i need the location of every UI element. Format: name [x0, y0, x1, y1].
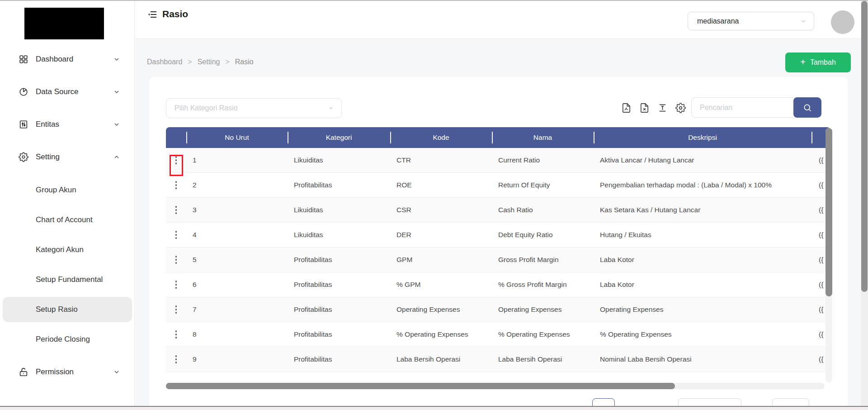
row-actions-menu[interactable]	[166, 330, 186, 338]
add-button[interactable]: + Tambah	[785, 52, 851, 72]
table-body: 1LikuiditasCTRCurrent RatioAktiva Lancar…	[166, 148, 830, 372]
cell-no: 9	[186, 355, 288, 363]
sidebar-subitem-label: Group Akun	[36, 186, 76, 195]
chevron-up-icon	[113, 153, 120, 161]
sidebar-item-setup-fundamental[interactable]: Setup Fundamental	[0, 267, 135, 292]
sidebar-item-label: Entitas	[36, 120, 59, 129]
kebab-icon	[175, 281, 177, 289]
horizontal-scrollbar-thumb[interactable]	[166, 383, 675, 389]
pdf-export-icon[interactable]	[621, 103, 632, 113]
sidebar-item-periode-closing[interactable]: Periode Closing	[0, 327, 135, 352]
cell-nama: Operating Expenses	[492, 305, 594, 314]
sidebar-item-label: Data Source	[36, 87, 79, 96]
sidebar-item-dashboard[interactable]: Dashboard	[0, 44, 135, 75]
cell-nama: % Gross Profit Margin	[492, 281, 594, 289]
table-row: 8Profitabilitas% Operating Expenses% Ope…	[166, 322, 830, 347]
breadcrumb-dashboard[interactable]: Dashboard	[147, 58, 182, 66]
cell-kategori: Profitabilitas	[288, 330, 390, 338]
row-actions-menu[interactable]	[166, 305, 186, 314]
cell-no: 3	[186, 206, 288, 214]
category-filter-select[interactable]: Pilih Kategori Rasio	[166, 98, 342, 118]
search-button[interactable]	[793, 97, 821, 118]
column-settings-gear-icon[interactable]	[675, 103, 686, 113]
cell-no: 2	[186, 181, 288, 189]
table-header-kode: Kode	[390, 127, 492, 148]
cell-deskripsi: Nominal Laba Bersih Operasi	[594, 355, 811, 363]
content-area: Dashboard > Setting > Rasio + Tambah Pil…	[135, 39, 861, 410]
cell-kode: ROE	[390, 181, 492, 189]
chevron-down-icon	[113, 88, 120, 95]
row-actions-menu[interactable]	[166, 231, 186, 239]
cell-deskripsi: Laba Kotor	[594, 281, 811, 289]
row-actions-menu[interactable]	[166, 281, 186, 289]
avatar[interactable]	[831, 10, 854, 34]
table-row: 9ProfitabilitasLaba Bersih OperasiLaba B…	[166, 347, 830, 372]
table-row: 2ProfitabilitasROEReturn Of EquityPengem…	[166, 173, 830, 198]
cell-nama: Return Of Equity	[492, 181, 594, 189]
table-header-row: No Urut Kategori Kode Nama Deskripsi	[166, 127, 830, 148]
table-header-kategori: Kategori	[288, 127, 390, 148]
category-filter-placeholder: Pilih Kategori Rasio	[175, 104, 238, 112]
cell-nama: Laba Bersih Operasi	[492, 355, 594, 363]
cell-deskripsi: Laba Kotor	[594, 256, 811, 264]
sidebar-item-chart-of-account[interactable]: Chart of Account	[0, 208, 135, 232]
cell-kode: CSR	[390, 206, 492, 214]
table-row: 3LikuiditasCSRCash RatioKas Setara Kas /…	[166, 198, 830, 223]
sidebar-item-setting[interactable]: Setting	[0, 142, 135, 172]
cell-no: 7	[186, 305, 288, 314]
sidebar-item-kategori-akun[interactable]: Kategori Akun	[0, 238, 135, 262]
page-scrollbar-track	[861, 1, 868, 410]
cell-kategori: Profitabilitas	[288, 281, 390, 289]
window-bottom-strip	[0, 407, 868, 410]
text-height-icon[interactable]	[657, 103, 668, 113]
sidebar-item-permission[interactable]: Permission	[0, 357, 135, 387]
sidebar-item-setup-rasio[interactable]: Setup Rasio	[0, 297, 135, 322]
row-actions-menu[interactable]	[166, 355, 186, 363]
cell-kode: % GPM	[390, 281, 492, 289]
table-row: 7ProfitabilitasOperating ExpensesOperati…	[166, 297, 830, 322]
cell-kategori: Likuiditas	[288, 156, 390, 164]
cell-nama: % Operating Expenses	[492, 330, 594, 338]
cell-no: 6	[186, 281, 288, 289]
workspace-select[interactable]: mediasarana	[688, 12, 814, 30]
plus-icon: +	[800, 57, 806, 67]
data-table: No Urut Kategori Kode Nama Deskripsi 1Li…	[166, 127, 830, 372]
table-row: 6Profitabilitas% GPM% Gross Profit Margi…	[166, 272, 830, 297]
table-row: 1LikuiditasCTRCurrent RatioAktiva Lancar…	[166, 148, 830, 173]
breadcrumb-setting[interactable]: Setting	[198, 58, 220, 66]
chevron-down-icon	[113, 368, 120, 376]
sidebar-subitem-label: Chart of Account	[36, 215, 93, 224]
chevron-down-icon	[800, 18, 807, 24]
cell-kode: CTR	[390, 156, 492, 164]
chevron-down-icon	[113, 56, 120, 63]
excel-export-icon[interactable]	[639, 103, 650, 113]
table-scrollbar-thumb[interactable]	[826, 128, 832, 296]
sidebar-item-data-source[interactable]: Data Source	[0, 76, 135, 107]
cell-kode: % Operating Expenses	[390, 330, 492, 338]
highlight-box	[170, 155, 183, 176]
menu-fold-icon[interactable]	[147, 9, 158, 20]
sidebar-item-group-akun[interactable]: Group Akun	[0, 178, 135, 202]
row-actions-menu[interactable]	[166, 206, 186, 214]
sidebar: Dashboard Data Source Entitas Setting	[0, 1, 135, 410]
kebab-icon	[175, 305, 177, 314]
workspace-value: mediasarana	[697, 17, 739, 25]
cell-deskripsi: Aktiva Lancar / Hutang Lancar	[594, 156, 811, 164]
page-scrollbar-thumb[interactable]	[861, 1, 868, 292]
grid-icon	[19, 54, 28, 64]
table-row: 4LikuiditasDERDebt Equity RatioHutang / …	[166, 223, 830, 248]
row-actions-menu[interactable]	[166, 181, 186, 189]
cell-kategori: Likuiditas	[288, 206, 390, 214]
cell-kode: Operating Expenses	[390, 305, 492, 314]
kebab-icon	[175, 330, 177, 338]
table-header-deskripsi: Deskripsi	[594, 127, 811, 148]
cell-kode: DER	[390, 231, 492, 239]
search-input[interactable]	[691, 97, 793, 118]
kebab-icon	[175, 231, 177, 239]
cell-kategori: Profitabilitas	[288, 355, 390, 363]
cell-deskripsi: Kas Setara Kas / Hutang Lancar	[594, 206, 811, 214]
sidebar-item-entitas[interactable]: Entitas	[0, 109, 135, 140]
row-actions-menu[interactable]	[166, 256, 186, 264]
gear-icon	[19, 152, 28, 162]
sidebar-subitem-label: Periode Closing	[36, 335, 90, 344]
